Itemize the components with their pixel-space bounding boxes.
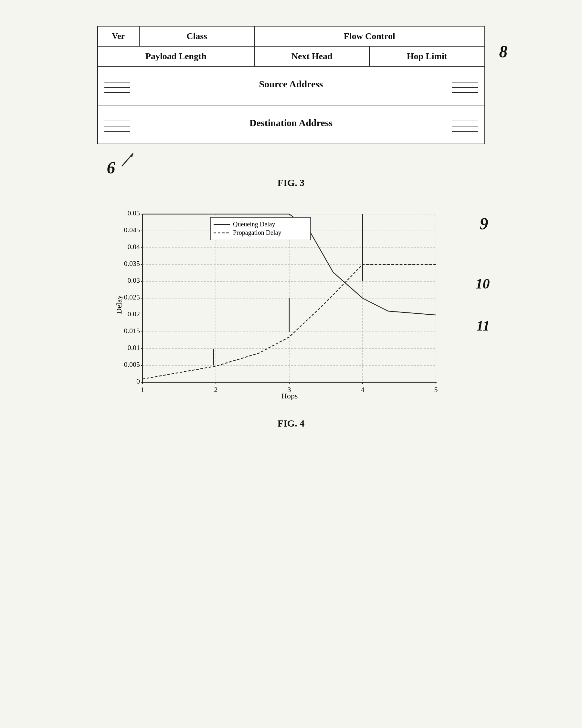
table-row-4: Destination Address: [98, 105, 485, 144]
line: [104, 82, 130, 82]
svg-text:Queueing Delay: Queueing Delay: [233, 220, 275, 228]
svg-text:0.01: 0.01: [127, 343, 140, 352]
svg-text:0.015: 0.015: [124, 327, 140, 335]
table-row-2: Payload Length Next Head Hop Limit: [98, 46, 485, 66]
next-head-cell: Next Head: [254, 46, 369, 66]
line: [452, 82, 478, 82]
label-10: 10: [476, 276, 490, 292]
line: [452, 121, 478, 121]
fig3-diagram: 8 Ver Class Flow Control Payload Length …: [97, 26, 485, 188]
fig4-caption: FIG. 4: [97, 418, 485, 429]
svg-text:0.005: 0.005: [124, 360, 140, 368]
svg-text:1: 1: [141, 386, 144, 394]
line: [452, 92, 478, 93]
svg-text:0.025: 0.025: [124, 293, 140, 301]
source-lines-right: [452, 79, 478, 93]
line: [104, 131, 130, 132]
svg-text:0.02: 0.02: [127, 310, 140, 318]
svg-text:5: 5: [434, 386, 438, 394]
svg-text:0.05: 0.05: [127, 209, 140, 217]
source-address-cell: Source Address: [98, 66, 485, 105]
source-lines-left: [104, 79, 130, 93]
chart-area: 9 10 11 Delay Hops 0.05 0.045 0.04: [113, 208, 469, 408]
svg-text:0.04: 0.04: [127, 242, 140, 251]
arrow-6-icon: [119, 150, 138, 171]
svg-text:Propagation Delay: Propagation Delay: [233, 229, 281, 236]
hop-limit-cell: Hop Limit: [369, 46, 484, 66]
svg-text:0.035: 0.035: [124, 259, 140, 267]
dest-address-label: Destination Address: [249, 118, 333, 128]
line: [452, 87, 478, 88]
svg-text:2: 2: [214, 386, 218, 394]
fig4-diagram: 9 10 11 Delay Hops 0.05 0.045 0.04: [97, 208, 485, 429]
line: [104, 121, 130, 121]
dest-lines-left: [104, 118, 130, 132]
svg-text:Delay: Delay: [115, 295, 123, 314]
svg-text:3: 3: [287, 386, 291, 394]
flow-control-cell: Flow Control: [254, 26, 484, 46]
svg-text:4: 4: [361, 386, 364, 394]
line: [452, 126, 478, 126]
line: [104, 87, 130, 88]
table-row-3: Source Address: [98, 66, 485, 105]
fig3-caption: FIG. 3: [97, 177, 485, 188]
ver-cell: Ver: [98, 26, 140, 46]
label-6: 6: [107, 158, 115, 177]
class-cell: Class: [139, 26, 254, 46]
label-9: 9: [480, 214, 488, 233]
line: [104, 126, 130, 126]
line: [452, 131, 478, 132]
svg-text:0.03: 0.03: [127, 276, 140, 284]
fig3-labels: 6: [97, 150, 485, 174]
dest-address-cell: Destination Address: [98, 105, 485, 144]
line: [104, 92, 130, 93]
label-11: 11: [476, 318, 490, 334]
source-address-label: Source Address: [259, 79, 323, 89]
ipv6-header-table: Ver Class Flow Control Payload Length Ne…: [97, 26, 485, 144]
dest-lines-right: [452, 118, 478, 132]
table-row-1: Ver Class Flow Control: [98, 26, 485, 46]
svg-text:0: 0: [136, 377, 140, 385]
svg-text:0.045: 0.045: [124, 226, 140, 234]
label-8: 8: [499, 42, 508, 61]
payload-length-cell: Payload Length: [98, 46, 255, 66]
chart-svg: Delay Hops 0.05 0.045 0.04 0.035 0.03 0.…: [113, 208, 453, 408]
